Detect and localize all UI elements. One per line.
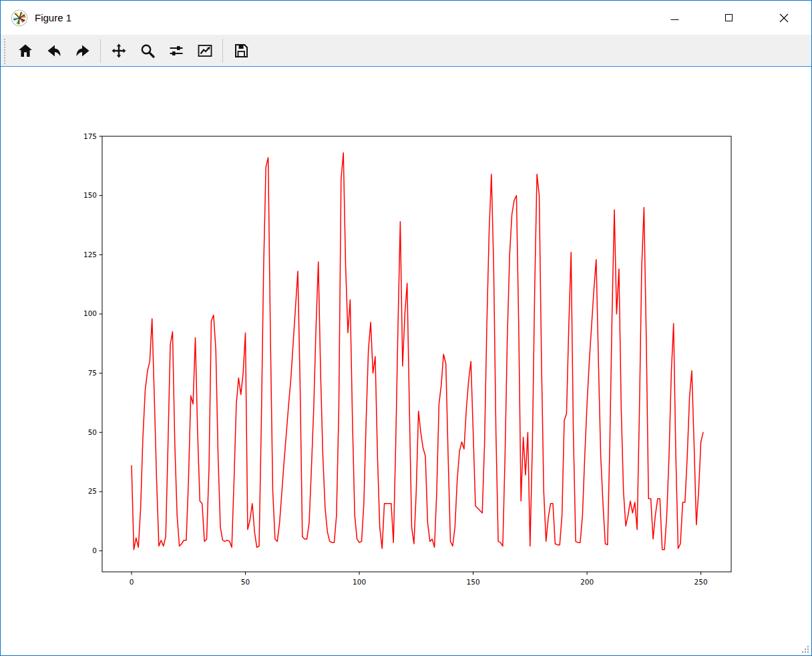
x-tick-label: 200: [580, 578, 594, 586]
y-tick-label: 25: [88, 487, 97, 495]
line-chart-icon: [197, 43, 213, 59]
resize-grip-icon[interactable]: [801, 645, 809, 653]
magnifier-icon: [140, 43, 156, 59]
axes-frame: [102, 136, 731, 572]
plot-area: 0501001502002500255075100125150175: [1, 67, 812, 656]
pan-move-icon: [111, 43, 127, 59]
y-tick-label: 175: [83, 132, 97, 140]
y-tick-label: 125: [83, 251, 97, 259]
back-button[interactable]: [39, 37, 68, 64]
navigation-toolbar: [1, 35, 811, 67]
edit-axis-button[interactable]: [190, 37, 219, 64]
sliders-icon: [168, 43, 184, 59]
figure-window: Figure 1: [0, 0, 812, 656]
minimize-icon: [670, 13, 679, 22]
x-tick-label: 250: [694, 578, 708, 586]
x-tick-label: 150: [467, 578, 480, 586]
y-tick-label: 50: [88, 428, 97, 436]
window-title: Figure 1: [35, 12, 71, 23]
zoom-button[interactable]: [133, 37, 162, 64]
y-tick-label: 150: [83, 191, 97, 199]
pan-button[interactable]: [104, 37, 133, 64]
home-button[interactable]: [11, 37, 39, 64]
titlebar[interactable]: Figure 1: [1, 1, 811, 35]
y-tick-label: 75: [88, 369, 97, 377]
x-tick-label: 0: [130, 578, 134, 586]
close-icon: [779, 13, 789, 23]
maximize-button[interactable]: [713, 1, 744, 35]
matplotlib-logo-icon: [11, 9, 28, 27]
forward-arrow-icon: [75, 43, 91, 59]
toolbar-separator: [100, 39, 101, 63]
close-button[interactable]: [769, 1, 799, 35]
y-tick-label: 100: [83, 309, 97, 317]
minimize-button[interactable]: [659, 1, 690, 35]
home-icon: [17, 43, 33, 59]
forward-button[interactable]: [68, 37, 97, 64]
configure-subplots-button[interactable]: [162, 37, 190, 64]
toolbar-grip[interactable]: [3, 37, 7, 64]
y-tick-label: 0: [92, 546, 97, 554]
figure-canvas[interactable]: 0501001502002500255075100125150175: [1, 67, 811, 655]
back-arrow-icon: [46, 43, 62, 59]
x-tick-label: 50: [241, 578, 250, 586]
maximize-icon: [725, 13, 733, 22]
x-tick-label: 100: [353, 578, 366, 586]
save-button[interactable]: [226, 37, 255, 64]
toolbar-separator: [222, 39, 223, 63]
save-floppy-icon: [233, 43, 249, 59]
data-line: [132, 153, 703, 550]
